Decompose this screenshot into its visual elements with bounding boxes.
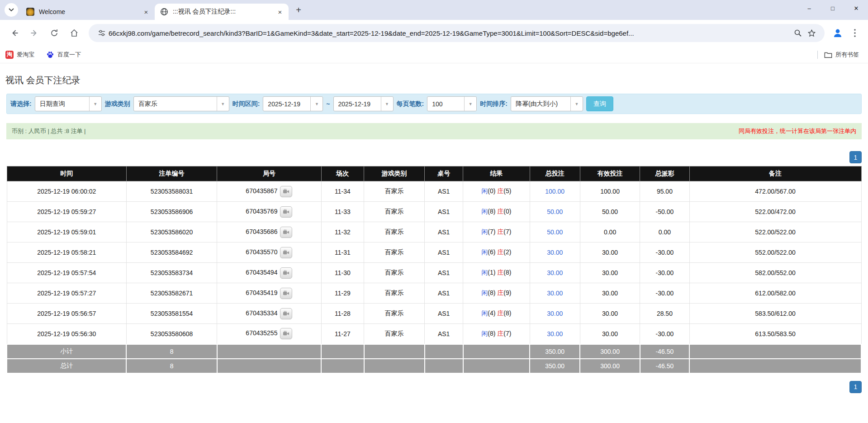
close-tab-icon[interactable]: × xyxy=(142,8,150,16)
sort-select[interactable]: 降幂(由大到小) ▼ xyxy=(511,96,583,111)
home-button[interactable] xyxy=(66,24,83,42)
table-row: 2025-12-19 05:56:30523053580608670435255… xyxy=(7,324,861,344)
total-bet-link[interactable]: 30.00 xyxy=(547,310,563,317)
forward-button[interactable] xyxy=(26,24,43,42)
back-button[interactable] xyxy=(6,24,23,42)
profile-avatar[interactable] xyxy=(829,24,846,42)
url-text[interactable]: 66cxkj98.com/game/betrecord_search/kind3… xyxy=(109,29,791,37)
bookmark-label: 百度一下 xyxy=(57,51,81,59)
bet-id: 523053580608 xyxy=(126,324,217,344)
video-replay-icon[interactable] xyxy=(280,206,292,218)
welcome-favicon xyxy=(26,8,34,16)
session: 11-34 xyxy=(321,181,364,202)
tab-welcome[interactable]: Welcome × xyxy=(21,4,155,20)
game-kind: 百家乐 xyxy=(364,202,425,222)
column-header: 局号 xyxy=(217,166,321,181)
date-end-select[interactable]: 2025-12-19 ▼ xyxy=(333,96,394,111)
player-result: 闲 xyxy=(481,289,488,296)
total-row-cell xyxy=(463,359,530,373)
video-replay-icon[interactable] xyxy=(280,227,292,238)
game-result: 闲(6) 庄(2) xyxy=(463,242,530,263)
search-button[interactable]: 查询 xyxy=(586,96,613,111)
video-replay-icon[interactable] xyxy=(280,288,292,299)
player-result: 闲 xyxy=(481,330,488,337)
game-result: 闲(0) 庄(5) xyxy=(463,181,530,202)
game-result: 闲(8) 庄(9) xyxy=(463,283,530,304)
total-bet-link[interactable]: 30.00 xyxy=(547,269,563,276)
total-bet-link[interactable]: 50.00 xyxy=(547,228,563,236)
reload-button[interactable] xyxy=(46,24,63,42)
total-bet-link[interactable]: 50.00 xyxy=(547,208,563,215)
sort-label: 时间排序: xyxy=(480,100,508,108)
player-result: 闲 xyxy=(481,269,488,276)
video-replay-icon[interactable] xyxy=(280,308,292,319)
valid-bet: 30.00 xyxy=(580,242,640,263)
total-bet: 30.00 xyxy=(530,283,580,304)
total-bet-link[interactable]: 30.00 xyxy=(547,249,563,256)
bookmark-baidu[interactable]: 百度一下 xyxy=(46,51,81,59)
bet-records-table: 时间注单编号局号场次游戏类别桌号结果总投注有效投注总派彩备注 2025-12-1… xyxy=(6,166,862,374)
bet-time: 2025-12-19 05:59:27 xyxy=(7,202,126,222)
tab-betrecord[interactable]: :::视讯 会员下注纪录::: × xyxy=(155,4,289,20)
column-header: 总派彩 xyxy=(640,166,690,181)
browser-menu-button[interactable] xyxy=(846,24,863,42)
column-header: 备注 xyxy=(689,166,861,181)
remark: 583.50/612.00 xyxy=(689,304,861,324)
round-id: 670435570 xyxy=(217,242,321,263)
bookmark-star-icon[interactable] xyxy=(805,26,818,40)
remark: 522.00/522.00 xyxy=(689,222,861,242)
minimize-button[interactable]: – xyxy=(797,0,821,16)
player-result: 闲 xyxy=(481,248,488,256)
total-bet-link[interactable]: 30.00 xyxy=(547,330,563,337)
globe-favicon xyxy=(160,8,168,16)
total-bet-link[interactable]: 30.00 xyxy=(547,290,563,297)
person-icon xyxy=(832,28,843,38)
page-1-button[interactable]: 1 xyxy=(849,151,862,163)
total-row: 总计8350.00300.00-46.50 xyxy=(7,359,861,373)
close-tab-icon[interactable]: × xyxy=(276,8,284,16)
maximize-button[interactable]: □ xyxy=(821,0,844,16)
total-bet-link[interactable]: 100.00 xyxy=(545,188,564,195)
column-header: 总投注 xyxy=(530,166,580,181)
bookmark-aitaobao[interactable]: 淘 爱淘宝 xyxy=(5,51,34,59)
valid-bet: 30.00 xyxy=(580,263,640,283)
query-type-select[interactable]: 日期查询 ▼ xyxy=(35,96,102,111)
total-bet: 50.00 xyxy=(530,202,580,222)
bet-id: 523053586020 xyxy=(126,222,217,242)
site-controls-icon[interactable] xyxy=(95,26,109,40)
url-bar[interactable]: 66cxkj98.com/game/betrecord_search/kind3… xyxy=(89,24,825,42)
table-header-row: 时间注单编号局号场次游戏类别桌号结果总投注有效投注总派彩备注 xyxy=(7,166,861,181)
tab-search-button[interactable] xyxy=(5,3,18,17)
zoom-icon[interactable] xyxy=(791,26,805,40)
valid-bet: 30.00 xyxy=(580,304,640,324)
video-replay-icon[interactable] xyxy=(280,267,292,279)
round-id: 670435686 xyxy=(217,222,321,242)
subtotal-row-cell: 300.00 xyxy=(580,344,640,359)
banker-result: 庄 xyxy=(497,330,503,337)
payout: 95.00 xyxy=(640,181,690,202)
player-result: 闲 xyxy=(481,208,488,215)
round-id: 670435255 xyxy=(217,324,321,344)
video-replay-icon[interactable] xyxy=(280,186,292,197)
video-replay-icon[interactable] xyxy=(280,328,292,339)
game-kind: 百家乐 xyxy=(364,304,425,324)
all-bookmarks-button[interactable]: 所有书签 xyxy=(824,51,859,59)
game-kind: 百家乐 xyxy=(364,324,425,344)
date-range-tilde: ~ xyxy=(326,100,330,108)
new-tab-button[interactable]: + xyxy=(292,4,305,16)
remark: 552.00/522.00 xyxy=(689,242,861,263)
subtotal-row-cell xyxy=(364,344,425,359)
game-kind-select[interactable]: 百家乐 ▼ xyxy=(133,96,229,111)
date-start-select[interactable]: 2025-12-19 ▼ xyxy=(263,96,323,111)
page-size-select[interactable]: 100 ▼ xyxy=(427,96,477,111)
page-1-button[interactable]: 1 xyxy=(849,381,862,393)
subtotal-row-cell: 8 xyxy=(126,344,217,359)
page-title: 视讯 会员下注纪录 xyxy=(5,74,868,86)
valid-bet: 30.00 xyxy=(580,324,640,344)
all-bookmarks-label: 所有书签 xyxy=(835,51,859,59)
video-replay-icon[interactable] xyxy=(280,247,292,258)
chevron-down-icon: ▼ xyxy=(310,97,323,111)
close-window-button[interactable]: ✕ xyxy=(844,0,868,16)
chevron-down-icon: ▼ xyxy=(217,97,229,111)
round-id: 670435494 xyxy=(217,263,321,283)
